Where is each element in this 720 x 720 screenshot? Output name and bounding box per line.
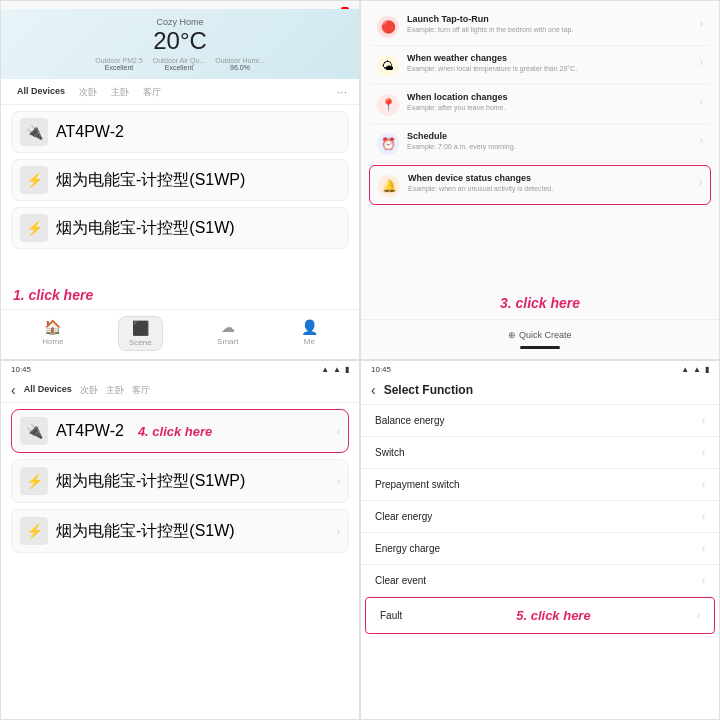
arrow-switch: ›: [702, 447, 705, 458]
click-label-3: 3. click here: [361, 291, 719, 319]
more-options-dots[interactable]: ···: [337, 85, 347, 100]
weather-value-1: Excellent: [95, 64, 142, 71]
header-tab-room3[interactable]: 客厅: [132, 384, 150, 397]
arrow-q3-3: ›: [337, 526, 340, 537]
nav-home[interactable]: 🏠 Home: [34, 316, 71, 351]
tab-all-devices[interactable]: All Devices: [13, 85, 69, 100]
func-name-clear-energy: Clear energy: [375, 511, 432, 522]
header-tabs-q3: All Devices 次卧 主卧 客厅: [24, 384, 150, 397]
auto-item-tap[interactable]: 🔴 Launch Tap-to-Run Example: turn off al…: [371, 7, 709, 46]
auto-title-location: When location changes: [407, 92, 692, 102]
header-tab-room1[interactable]: 次卧: [80, 384, 98, 397]
nav-scene[interactable]: ⬛ Scene: [118, 316, 163, 351]
scene-icon: ⬛: [132, 320, 149, 336]
auto-item-location[interactable]: 📍 When location changes Example: after y…: [371, 85, 709, 124]
arrow-q3-1: ›: [337, 426, 340, 437]
page-title-q4: Select Function: [384, 383, 473, 397]
auto-desc-schedule: Example: 7:00 a.m. every morning.: [407, 142, 692, 151]
status-icons-q3: ▲ ▲ ▮: [321, 365, 349, 374]
nav-smart[interactable]: ☁ Smart: [209, 316, 246, 351]
top-right-panel: 🔴 Launch Tap-to-Run Example: turn off al…: [360, 0, 720, 360]
click-label-5: 5. click here: [516, 608, 590, 623]
device-item-2[interactable]: ⚡ 烟为电能宝-计控型(S1WP): [11, 159, 349, 201]
me-icon: 👤: [301, 319, 318, 335]
func-energy-charge[interactable]: Energy charge ›: [361, 533, 719, 565]
quick-create-icon: ⊕: [508, 330, 516, 340]
device-icon-1: 🔌: [20, 118, 48, 146]
device-status-icon: 🔔: [378, 175, 400, 197]
device-item-q3-2[interactable]: ⚡ 烟为电能宝-计控型(S1WP) ›: [11, 459, 349, 503]
device-item-3[interactable]: ⚡ 烟为电能宝-计控型(S1W): [11, 207, 349, 249]
device-item-q3-1[interactable]: 🔌 AT4PW-2 4. click here ›: [11, 409, 349, 453]
device-name-q3-3: 烟为电能宝-计控型(S1W): [56, 521, 235, 542]
func-clear-event[interactable]: Clear event ›: [361, 565, 719, 597]
header-tab-all[interactable]: All Devices: [24, 384, 72, 397]
nav-me-label: Me: [304, 337, 315, 346]
back-arrow-q4[interactable]: ‹: [371, 382, 376, 398]
quick-create-label: Quick Create: [519, 330, 572, 340]
time-q4: 10:45: [371, 365, 391, 374]
auto-desc-weather: Example: when local temperature is great…: [407, 64, 692, 73]
weather-item-3: Outdoor Humi... 96.0%: [215, 57, 264, 71]
temperature-display: 20°C: [13, 29, 347, 53]
auto-item-device-status[interactable]: 🔔 When device status changes Example: wh…: [369, 165, 711, 205]
arrow-fault: ›: [697, 610, 700, 621]
auto-title-schedule: Schedule: [407, 131, 692, 141]
signal-icon-q3: ▲: [321, 365, 329, 374]
arrow-weather: ›: [700, 57, 703, 68]
bottom-indicator-bar: [520, 346, 560, 349]
func-switch[interactable]: Switch ›: [361, 437, 719, 469]
battery-icon-q3: ▮: [345, 365, 349, 374]
tab-room3[interactable]: 客厅: [139, 85, 165, 100]
schedule-icon: ⏰: [377, 133, 399, 155]
auto-text-location: When location changes Example: after you…: [407, 92, 692, 112]
auto-desc-tap: Example: turn off all lights in the bedr…: [407, 25, 692, 34]
weather-value-3: 96.0%: [215, 64, 264, 71]
bottom-left-panel: 10:45 ▲ ▲ ▮ ‹ All Devices 次卧 主卧 客厅 🔌 AT4…: [0, 360, 360, 720]
auto-title-tap: Launch Tap-to-Run: [407, 14, 692, 24]
smart-icon: ☁: [221, 319, 235, 335]
func-name-switch: Switch: [375, 447, 404, 458]
func-name-clear-event: Clear event: [375, 575, 426, 586]
home-icon: 🏠: [44, 319, 61, 335]
auto-item-schedule[interactable]: ⏰ Schedule Example: 7:00 a.m. every morn…: [371, 124, 709, 163]
func-balance-energy[interactable]: Balance energy ›: [361, 405, 719, 437]
auto-text-schedule: Schedule Example: 7:00 a.m. every mornin…: [407, 131, 692, 151]
tap-icon: 🔴: [377, 16, 399, 38]
func-fault[interactable]: Fault 5. click here ›: [365, 597, 715, 634]
device-icon-q3-1: 🔌: [20, 417, 48, 445]
device-item-q3-3[interactable]: ⚡ 烟为电能宝-计控型(S1W) ›: [11, 509, 349, 553]
quick-create-section[interactable]: ⊕ Quick Create: [361, 319, 719, 359]
auto-text-weather: When weather changes Example: when local…: [407, 53, 692, 73]
weather-label-2: Outdoor Air Qu...: [153, 57, 206, 64]
arrow-balance: ›: [702, 415, 705, 426]
auto-item-weather[interactable]: 🌤 When weather changes Example: when loc…: [371, 46, 709, 85]
bottom-right-panel: 10:45 ▲ ▲ ▮ ‹ Select Function Balance en…: [360, 360, 720, 720]
signal-icon-q4: ▲: [681, 365, 689, 374]
device-name-q3-2: 烟为电能宝-计控型(S1WP): [56, 471, 245, 492]
arrow-clear-energy: ›: [702, 511, 705, 522]
function-list: Balance energy › Switch › Prepayment swi…: [361, 405, 719, 719]
time-q3: 10:45: [11, 365, 31, 374]
func-prepayment[interactable]: Prepayment switch ›: [361, 469, 719, 501]
weather-row: Outdoor PM2.5 Excellent Outdoor Air Qu..…: [13, 57, 347, 71]
auto-desc-device-status: Example: when an unusual activity is det…: [408, 184, 691, 193]
device-icon-2: ⚡: [20, 166, 48, 194]
nav-me[interactable]: 👤 Me: [293, 316, 326, 351]
back-arrow-q3[interactable]: ‹: [11, 382, 16, 398]
func-name-balance: Balance energy: [375, 415, 445, 426]
func-clear-energy[interactable]: Clear energy ›: [361, 501, 719, 533]
weather-item-2: Outdoor Air Qu... Excellent: [153, 57, 206, 71]
wifi-icon-q4: ▲: [693, 365, 701, 374]
tab-room2[interactable]: 主卧: [107, 85, 133, 100]
status-bar-q1: [1, 1, 359, 9]
weather-icon: 🌤: [377, 55, 399, 77]
header-tab-room2[interactable]: 主卧: [106, 384, 124, 397]
device-item-1[interactable]: 🔌 AT4PW-2: [11, 111, 349, 153]
top-left-panel: Cozy Home 20°C Outdoor PM2.5 Excellent O…: [0, 0, 360, 360]
click-label-1: 1. click here: [1, 281, 359, 309]
arrow-clear-event: ›: [702, 575, 705, 586]
click-label-4: 4. click here: [138, 424, 212, 439]
tab-room1[interactable]: 次卧: [75, 85, 101, 100]
wifi-icon-q3: ▲: [333, 365, 341, 374]
